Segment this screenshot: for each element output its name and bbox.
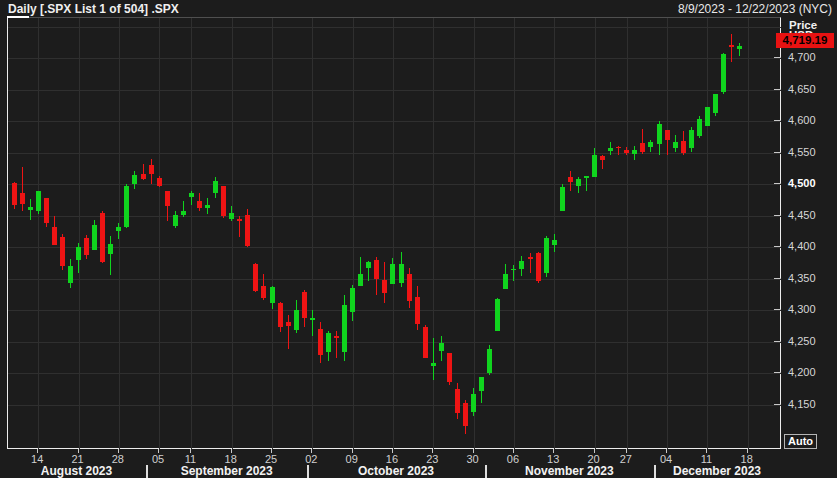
v-gridline	[312, 18, 313, 449]
month-separator	[485, 465, 487, 478]
candle-up	[705, 107, 710, 125]
time-axis[interactable]: 14212805111825020916233006132027041118Au…	[7, 449, 781, 478]
candle-up	[439, 343, 444, 351]
candle-down	[253, 264, 258, 292]
candle-up	[737, 46, 742, 49]
candle-up	[366, 262, 371, 268]
price-tick-label: 4,150	[788, 398, 816, 410]
candle-down	[278, 303, 283, 327]
candle-down	[44, 198, 49, 223]
candle-wick	[433, 338, 434, 380]
candle-down	[100, 213, 105, 263]
price-tick	[774, 246, 781, 247]
candle-up	[552, 240, 557, 245]
candle-down	[463, 403, 468, 426]
candle-up	[673, 142, 678, 148]
candle-down	[237, 219, 242, 221]
auto-scale-button[interactable]: Auto	[784, 434, 817, 449]
candle-up	[358, 274, 363, 286]
candle-up	[132, 175, 137, 184]
date-tick-label: 06	[507, 453, 519, 465]
v-gridline	[627, 18, 628, 449]
candle-down	[84, 238, 89, 255]
price-tick	[774, 404, 781, 405]
v-gridline	[514, 18, 515, 449]
candle-up	[608, 148, 613, 151]
candle-down	[407, 274, 412, 300]
price-tick-label: 4,200	[788, 366, 816, 378]
candle-down	[616, 147, 621, 149]
price-tick	[774, 183, 781, 184]
candle-down	[20, 193, 25, 204]
candle-up	[310, 318, 315, 321]
candle-up	[511, 269, 516, 271]
candle-down	[382, 280, 387, 293]
month-label: October 2023	[358, 464, 434, 478]
price-tick	[774, 278, 781, 279]
candle-down	[415, 297, 420, 324]
candle-down	[286, 322, 291, 326]
candle-up	[479, 377, 484, 391]
candle-down	[455, 389, 460, 414]
candle-down	[221, 186, 226, 216]
month-separator	[146, 465, 148, 478]
date-tick-label: 04	[660, 453, 672, 465]
candle-down	[665, 130, 670, 141]
price-tick	[774, 341, 781, 342]
candle-up	[390, 264, 395, 284]
month-label: December 2023	[673, 464, 761, 478]
candle-down	[141, 174, 146, 180]
month-label: September 2023	[181, 464, 273, 478]
candle-wick	[312, 310, 313, 335]
candle-down	[624, 150, 629, 153]
candle-down	[165, 191, 170, 207]
price-tick	[774, 89, 781, 90]
price-tick-label: 4,400	[788, 240, 816, 252]
candle-up	[544, 238, 549, 273]
candle-up	[229, 213, 234, 219]
date-tick-label: 30	[466, 453, 478, 465]
candle-down	[600, 156, 605, 160]
price-tick-label: 4,250	[788, 335, 816, 347]
candle-up	[189, 193, 194, 197]
price-tick-label: 4,300	[788, 303, 816, 315]
price-tick-label: 4,450	[788, 209, 816, 221]
candle-up	[713, 94, 718, 114]
v-gridline	[707, 18, 708, 449]
candle-down	[60, 237, 65, 266]
candle-up	[116, 227, 121, 231]
candle-up	[487, 349, 492, 372]
candle-wick	[530, 253, 531, 273]
candle-down	[318, 329, 323, 355]
month-separator	[654, 465, 656, 478]
candle-wick	[110, 236, 111, 275]
date-tick-label: 27	[620, 453, 632, 465]
candle-up	[560, 187, 565, 211]
chart-title: Daily [.SPX List 1 of 504] .SPX	[8, 2, 179, 16]
h-gridline	[8, 27, 781, 28]
candle-wick	[731, 34, 732, 62]
v-gridline	[191, 18, 192, 449]
date-tick-label: 28	[112, 453, 124, 465]
candle-up	[632, 150, 637, 154]
candle-down	[536, 253, 541, 281]
candle-down	[157, 178, 162, 186]
chart-plot-area[interactable]	[7, 17, 781, 449]
price-axis[interactable]: 4,7004,6504,6004,5504,5004,4504,4004,350…	[781, 17, 837, 448]
candle-up	[697, 119, 702, 137]
candle-up	[205, 205, 210, 208]
month-label: November 2023	[525, 464, 614, 478]
price-tick-label: 4,550	[788, 146, 816, 158]
v-gridline	[79, 18, 80, 449]
v-gridline	[595, 18, 596, 449]
candle-up	[721, 54, 726, 92]
candle-up	[350, 288, 355, 313]
candle-down	[568, 177, 573, 182]
candle-up	[519, 261, 524, 269]
candle-down	[640, 143, 645, 152]
v-gridline	[393, 18, 394, 449]
v-gridline	[353, 18, 354, 449]
candle-up	[294, 310, 299, 330]
candle-down	[302, 292, 307, 318]
candle-down	[681, 141, 686, 154]
